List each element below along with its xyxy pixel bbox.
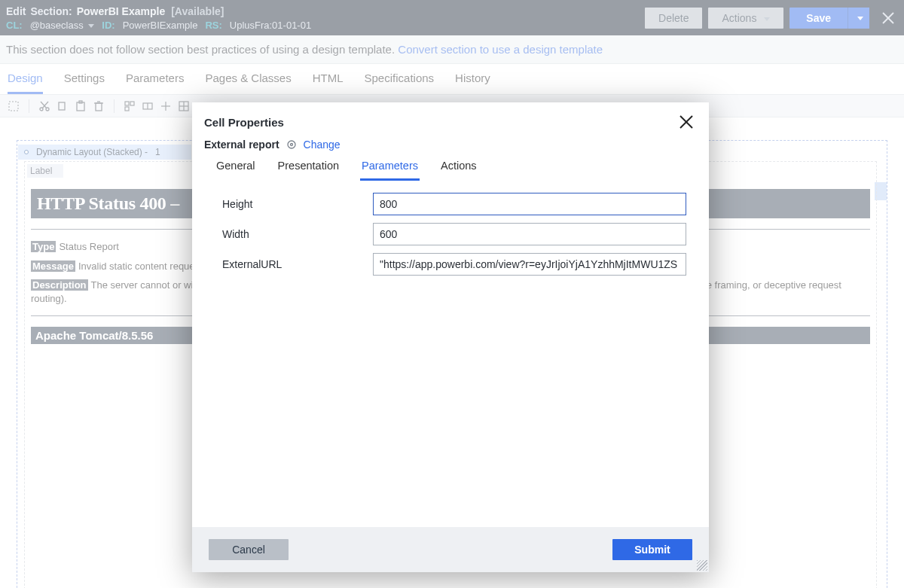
height-row: Height [222,193,686,215]
height-input[interactable] [373,193,686,215]
dialog-title: Cell Properties [204,116,284,129]
dialog-tab-presentation[interactable]: Presentation [276,155,341,181]
externalurl-label: ExternalURL [222,258,373,270]
dialog-close-button[interactable] [676,111,697,133]
target-icon[interactable] [286,139,298,151]
height-label: Height [222,198,373,210]
cell-properties-dialog: Cell Properties External report Change G… [192,102,709,572]
width-row: Width [222,223,686,245]
dialog-header: Cell Properties [192,102,709,139]
dialog-footer: Cancel Submit [192,527,709,572]
dialog-body: Height Width ExternalURL [192,181,709,527]
cancel-button[interactable]: Cancel [209,539,289,560]
submit-button[interactable]: Submit [612,539,692,560]
width-input[interactable] [373,223,686,245]
externalurl-input[interactable] [373,253,686,276]
change-cell-type-link[interactable]: Change [304,139,341,151]
svg-point-26 [288,141,295,148]
dialog-tabs: General Presentation Parameters Actions [192,155,709,181]
resize-grip-icon[interactable] [697,560,707,571]
dialog-tab-parameters[interactable]: Parameters [360,155,420,181]
dialog-subheader: External report Change [192,139,709,155]
svg-point-27 [290,144,292,146]
externalurl-row: ExternalURL [222,253,686,276]
cell-type-label: External report [204,139,279,151]
dialog-tab-actions[interactable]: Actions [439,155,478,181]
width-label: Width [222,228,373,240]
dialog-tab-general[interactable]: General [215,155,257,181]
